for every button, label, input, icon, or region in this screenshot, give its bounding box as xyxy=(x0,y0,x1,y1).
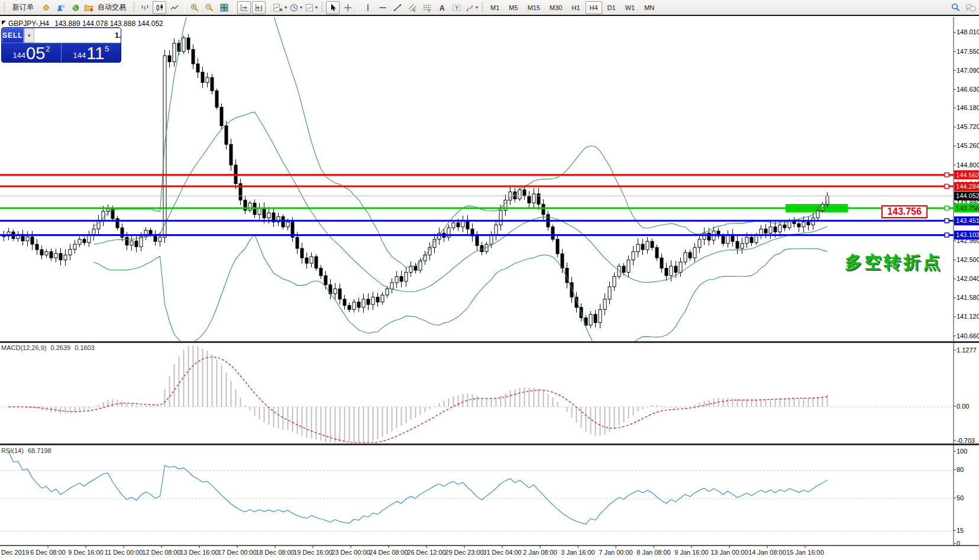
tf-d1-button[interactable]: D1 xyxy=(603,1,620,14)
chat-button[interactable] xyxy=(964,1,977,14)
chevron-down-icon: ▾ xyxy=(315,5,318,10)
new-order-button[interactable]: 新订单 xyxy=(8,1,38,14)
tf-m1-button[interactable]: M1 xyxy=(486,1,503,14)
rsi-axis-label: 100 xyxy=(957,448,967,455)
buy-price[interactable]: 144 11 5 xyxy=(62,43,121,63)
equidistant-channel-button[interactable]: E xyxy=(405,1,419,14)
chart-shift-button[interactable] xyxy=(252,1,266,14)
community-icon xyxy=(56,3,66,12)
auto-trading-button[interactable]: 自动交易 xyxy=(83,1,130,14)
candlestick-chart-button[interactable] xyxy=(153,1,166,14)
turning-point-annotation[interactable]: 多空转折点 xyxy=(845,251,942,274)
tf-m15-button[interactable]: M15 xyxy=(524,1,544,14)
hline-icon xyxy=(378,3,387,12)
time-axis-label: 11 Dec 00:00 xyxy=(105,549,143,556)
signals-icon xyxy=(71,3,80,12)
zoom-out-button[interactable] xyxy=(202,1,216,14)
volume-input[interactable] xyxy=(34,28,121,43)
toolbar-grip xyxy=(482,2,483,13)
trend-icon xyxy=(393,3,402,12)
text-button[interactable]: A xyxy=(435,1,448,14)
fibonacci-button[interactable]: F xyxy=(420,1,434,14)
gold-tag-button[interactable] xyxy=(39,1,53,14)
buy-price-prefix: 144 xyxy=(73,51,86,60)
one-click-trading-panel: SELL ▼ ▲ BUY 144 05 2 144 11 5 xyxy=(1,27,121,63)
tf-m5-button[interactable]: M5 xyxy=(505,1,522,14)
auto-scroll-button[interactable] xyxy=(237,1,251,14)
chart-window[interactable] xyxy=(0,0,979,560)
time-axis-label: 31 Dec 04:00 xyxy=(483,549,521,556)
price-tick-label: 142.040 xyxy=(957,275,979,282)
crosshair-icon xyxy=(343,3,353,12)
rsi-axis-label: 80 xyxy=(957,466,964,473)
chart-canvas[interactable] xyxy=(0,0,979,560)
symbol-period-label: GBPJPY-,H4 xyxy=(8,20,49,28)
fibo-icon: F xyxy=(422,3,432,12)
time-axis-label: 24 Dec 08:00 xyxy=(369,549,408,556)
line-chart-button[interactable] xyxy=(167,1,181,14)
vertical-line-button[interactable] xyxy=(361,1,374,14)
volume-stepper: ▼ ▲ xyxy=(24,28,121,43)
zoom-in-button[interactable] xyxy=(188,1,201,14)
price-tick-label: 146.630 xyxy=(957,86,979,93)
tf-h4-button[interactable]: H4 xyxy=(586,1,602,14)
templates-button[interactable]: ▾ xyxy=(304,1,318,14)
sell-price[interactable]: 144 05 2 xyxy=(2,43,62,63)
one-click-collapse-icon[interactable] xyxy=(2,21,6,25)
zoomin-icon xyxy=(190,3,199,12)
buy-price-sup: 5 xyxy=(105,44,109,53)
svg-text:F: F xyxy=(428,8,431,12)
template-icon xyxy=(305,3,314,12)
cursor-icon xyxy=(328,3,338,12)
sell-button[interactable]: SELL xyxy=(2,28,24,43)
macd-main-value: 0.2639 xyxy=(50,344,70,351)
volume-decrease-button[interactable]: ▼ xyxy=(24,28,34,43)
hline-anchor-square xyxy=(945,184,949,189)
price-tick-label: 145.720 xyxy=(957,123,979,130)
toolbar-sep xyxy=(184,2,185,14)
chevron-down-icon: ▾ xyxy=(300,5,302,10)
cursor-button[interactable] xyxy=(326,1,340,14)
horizontal-line-button[interactable] xyxy=(376,1,389,14)
toolbar-sep xyxy=(269,2,269,14)
time-axis-label: 3 Jan 16:00 xyxy=(561,549,595,556)
tf-h1-button[interactable]: H1 xyxy=(567,1,584,14)
rsi-label: RSI(14) 68.7198 xyxy=(1,447,51,454)
tf-m30-button[interactable]: M30 xyxy=(545,1,566,14)
periods-button[interactable]: ▾ xyxy=(289,1,303,14)
trendline-button[interactable] xyxy=(390,1,404,14)
time-axis-label: 9 Jan 16:00 xyxy=(674,549,709,556)
gold-icon xyxy=(41,3,51,12)
signals-button[interactable] xyxy=(69,1,82,14)
bar-chart-button[interactable] xyxy=(138,1,151,14)
community-button[interactable] xyxy=(54,1,67,14)
tf-w1-button[interactable]: W1 xyxy=(621,1,639,14)
channel-icon: E xyxy=(408,3,417,12)
hline-price-label: 143.451 xyxy=(954,216,979,225)
tile-windows-button[interactable] xyxy=(217,1,231,14)
candles-icon xyxy=(155,3,164,12)
hline-price-label: 143.103 xyxy=(954,231,979,239)
price-tick-label: 147.550 xyxy=(957,48,979,55)
indicators-icon xyxy=(273,3,283,12)
crosshair-button[interactable] xyxy=(341,1,354,14)
arrows-button[interactable]: ▾ xyxy=(464,1,479,14)
time-axis-label: 13 Jan 00:00 xyxy=(710,549,748,556)
time-axis-label: 23 Dec 00:00 xyxy=(331,549,370,556)
toolbar-grip xyxy=(321,2,323,13)
tf-mn-button[interactable]: MN xyxy=(640,1,658,14)
text-label-button[interactable]: T xyxy=(450,1,463,14)
price-annotation-box[interactable]: 143.756 xyxy=(881,205,928,218)
time-axis-label: 29 Dec 23:00 xyxy=(445,549,483,556)
search-button[interactable] xyxy=(949,1,962,14)
rsi-axis-label: 0 xyxy=(957,540,960,547)
indicators-button[interactable]: ▾ xyxy=(272,1,287,14)
new-order-button-label: 新订单 xyxy=(9,2,37,12)
hline-price-label: 144.052 xyxy=(954,192,979,200)
rsi-axis-label: 15 xyxy=(957,527,964,534)
hline-price-label: 143.756 xyxy=(954,203,979,212)
toolbar-grip xyxy=(4,2,5,13)
clock-icon xyxy=(289,3,299,12)
macd-signal-value: 0.1603 xyxy=(75,344,95,351)
rsi-value: 68.7198 xyxy=(28,447,51,454)
